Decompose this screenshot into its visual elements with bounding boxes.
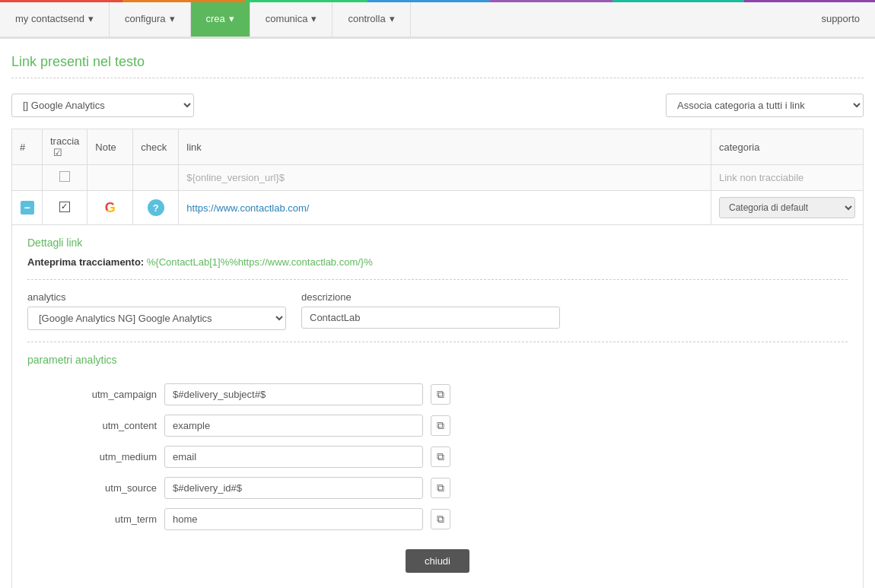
main-content: Link presenti nel testo [] Google Analyt… [0, 39, 875, 588]
preview-label: Anteprima tracciamento: [27, 256, 144, 268]
nav-label: configura [125, 13, 165, 24]
nav-controlla[interactable]: controlla ▾ [332, 0, 410, 37]
dropdown-arrow-icon: ▾ [390, 13, 395, 24]
google-analytics-icon: G [102, 199, 119, 216]
link-url[interactable]: https://www.contactlab.com/ [186, 202, 309, 214]
utm-medium-input[interactable] [164, 446, 423, 468]
traccia-checkbox-checked[interactable] [59, 202, 70, 212]
row-link-cell: ${online_version_url}$ [179, 165, 711, 191]
col-note: Note [88, 129, 133, 165]
utm-content-copy-button[interactable]: ⧉ [431, 415, 450, 436]
table-row: ${online_version_url}$ Link non tracciab… [12, 165, 864, 191]
utm-content-input[interactable] [164, 415, 423, 437]
row-traccia-cell[interactable] [43, 165, 88, 191]
analytics-descrizione-row: analytics [Google Analytics NG] Google A… [27, 291, 848, 330]
param-row-utm-content: utm_content ⧉ [58, 415, 848, 437]
nav-label: controlla [348, 13, 385, 24]
descrizione-label: descrizione [301, 291, 560, 303]
col-check: check [133, 129, 179, 165]
close-button[interactable]: chiudi [406, 549, 469, 573]
category-select[interactable]: Categoria di default [719, 197, 855, 218]
utm-source-copy-button[interactable]: ⧉ [431, 478, 450, 498]
category-label-disabled: Link non tracciabile [719, 172, 803, 183]
utm-campaign-input[interactable] [164, 383, 423, 405]
traccia-checkbox-header[interactable]: ☑ [53, 147, 62, 158]
nav-supporto[interactable]: supporto [806, 0, 875, 37]
col-traccia: traccia ☑ [43, 129, 88, 165]
support-label: supporto [821, 13, 860, 24]
row-traccia-cell[interactable] [43, 191, 88, 225]
param-row-utm-term: utm_term ⧉ [58, 508, 848, 530]
utm-term-copy-button[interactable]: ⧉ [431, 509, 450, 529]
col-link: link [179, 129, 711, 165]
param-row-utm-campaign: utm_campaign ⧉ [58, 383, 848, 405]
nav-label: crea [206, 13, 225, 24]
utm-medium-copy-button[interactable]: ⧉ [431, 447, 450, 467]
utm-content-label: utm_content [58, 420, 157, 431]
nav-label: my contactsend [15, 13, 84, 24]
dropdown-arrow-icon: ▾ [229, 13, 234, 24]
utm-source-label: utm_source [58, 482, 157, 494]
row-check-cell [133, 165, 179, 191]
traccia-checkbox[interactable] [59, 171, 70, 182]
params-grid: utm_campaign ⧉ utm_content ⧉ utm_medium … [58, 383, 848, 530]
close-btn-row: chiudi [27, 549, 848, 573]
filter-select[interactable]: [] Google Analytics [11, 94, 194, 117]
dropdown-arrow-icon: ▾ [88, 13, 94, 24]
detail-panel: Dettagli link Anteprima tracciamento: %{… [11, 225, 864, 588]
toolbar-row: [] Google Analytics Associa categoria a … [11, 94, 864, 117]
nav-crea[interactable]: crea ▾ [191, 0, 250, 37]
preview-row: Anteprima tracciamento: %{ContactLab[1]%… [27, 256, 848, 268]
top-navigation: my contactsend ▾ configura ▾ crea ▾ comu… [0, 0, 875, 39]
utm-source-input[interactable] [164, 477, 423, 499]
detail-divider [27, 279, 848, 280]
dropdown-arrow-icon: ▾ [311, 13, 317, 24]
row-check-cell[interactable]: ? [133, 191, 179, 225]
detail-title: Dettagli link [27, 237, 848, 249]
utm-campaign-label: utm_campaign [58, 389, 157, 400]
row-expand-cell [12, 165, 43, 191]
links-table: # traccia ☑ Note check link categoria [11, 129, 864, 225]
utm-campaign-copy-button[interactable]: ⧉ [431, 384, 450, 405]
col-categoria: categoria [711, 129, 864, 165]
preview-value: %{ContactLab[1]%%https://www.contactlab.… [147, 256, 373, 268]
info-icon[interactable]: ? [148, 199, 164, 216]
page-title: Link presenti nel testo [11, 54, 864, 78]
nav-my-contactsend[interactable]: my contactsend ▾ [0, 0, 110, 37]
utm-term-label: utm_term [58, 513, 157, 525]
row-link-cell[interactable]: https://www.contactlab.com/ [179, 191, 711, 225]
col-num: # [12, 129, 43, 165]
row-note-cell: G [88, 191, 133, 225]
row-note-cell [88, 165, 133, 191]
table-header: # traccia ☑ Note check link categoria [12, 129, 864, 165]
descrizione-group: descrizione [301, 291, 560, 330]
descrizione-input[interactable] [301, 307, 560, 329]
utm-term-input[interactable] [164, 508, 423, 530]
nav-comunica[interactable]: comunica ▾ [250, 0, 333, 37]
nav-configura[interactable]: configura ▾ [110, 0, 190, 37]
analytics-label: analytics [27, 291, 286, 303]
row-category-cell: Link non tracciabile [711, 165, 864, 191]
expand-collapse-icon[interactable]: − [21, 201, 34, 215]
dropdown-arrow-icon: ▾ [170, 13, 175, 24]
row-category-cell[interactable]: Categoria di default [711, 191, 864, 225]
analytics-select[interactable]: [Google Analytics NG] Google Analytics [27, 307, 286, 330]
assoc-categoria-select[interactable]: Associa categoria a tutti i link [666, 94, 864, 117]
link-text-disabled: ${online_version_url}$ [186, 172, 285, 183]
row-expand-cell[interactable]: − [12, 191, 43, 225]
utm-medium-label: utm_medium [58, 451, 157, 462]
params-title: parametri analytics [27, 342, 848, 372]
param-row-utm-source: utm_source ⧉ [58, 477, 848, 499]
analytics-group: analytics [Google Analytics NG] Google A… [27, 291, 286, 330]
table-row: − G ? https://www.contactlab.com/ Catego… [12, 191, 864, 225]
nav-label: comunica [266, 13, 308, 24]
param-row-utm-medium: utm_medium ⧉ [58, 446, 848, 468]
